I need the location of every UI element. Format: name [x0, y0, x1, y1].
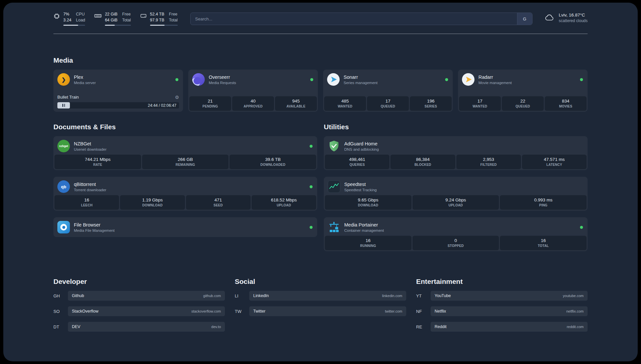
weather-location: Lviv, 16.87°C — [559, 13, 588, 17]
disk-progress-track — [150, 25, 178, 26]
bookmark-domain: youtube.com — [563, 294, 584, 298]
bookmark-twitter[interactable]: TW Twitter twitter.com — [235, 306, 406, 316]
overseerr-icon — [192, 73, 205, 86]
overseerr-card: Overseerr Media Requests 21 PENDING 40 A… — [188, 70, 318, 112]
bookmark-domain: reddit.com — [567, 325, 584, 329]
app-subtitle: Media Requests — [209, 81, 236, 85]
bookmark-domain: dev.to — [211, 325, 221, 329]
radarr-icon — [462, 73, 474, 86]
adguard-link[interactable]: AdGuard Home DNS and adblocking — [324, 136, 588, 155]
memory-progress-fill — [105, 25, 115, 26]
qbittorrent-icon: qb — [57, 180, 70, 193]
stat-remaining: 266 GB REMAINING — [142, 155, 229, 169]
app-name: Plex — [74, 75, 96, 80]
bookmark-abbr: SO — [53, 309, 68, 314]
nzbget-link[interactable]: nzbget NZBGet Usenet downloader — [53, 136, 317, 155]
bookmark-name: YouTube — [435, 293, 451, 298]
bookmark-netflix[interactable]: NF Netflix netflix.com — [416, 306, 588, 316]
gear-icon[interactable] — [175, 95, 179, 100]
disk-icon — [140, 13, 147, 19]
bookmark-domain: netflix.com — [566, 309, 584, 313]
disk-label-bottom: Total — [169, 18, 177, 23]
bookmark-youtube[interactable]: YT YouTube youtube.com — [416, 291, 588, 301]
speedtest-icon — [328, 180, 340, 193]
portainer-card: Media Portainer Container management 16 … — [324, 217, 588, 251]
memory-icon — [94, 13, 102, 19]
nzbget-icon: nzbget — [57, 140, 70, 152]
pause-button[interactable] — [57, 102, 70, 108]
cpu-usage-value: 7% — [63, 12, 71, 17]
stat-total: 16 TOTAL — [500, 236, 587, 250]
status-dot — [445, 78, 448, 81]
bookmark-domain: linkedin.com — [382, 294, 402, 298]
portainer-link[interactable]: Media Portainer Container management — [324, 217, 588, 236]
sonarr-card: Sonarr Series management 485 WANTED 17 Q… — [323, 70, 453, 112]
bookmark-domain: twitter.com — [385, 309, 402, 313]
playback-progress-bar[interactable]: 24:44 / 02:06:47 — [57, 102, 179, 108]
app-subtitle: Speedtest Tracking — [344, 188, 377, 192]
status-dot — [580, 78, 583, 81]
overseerr-link[interactable]: Overseerr Media Requests — [188, 70, 318, 88]
adguard-card: AdGuard Home DNS and adblocking 498,461 … — [324, 136, 588, 170]
stat-seed: 471 SEED — [186, 195, 251, 210]
nzbget-card: nzbget NZBGet Usenet downloader 744.21 M… — [53, 136, 317, 170]
search-input[interactable] — [191, 13, 517, 25]
plex-link[interactable]: Plex Media server — [53, 70, 183, 88]
bookmark-abbr: DT — [53, 324, 68, 329]
disk-widget: 52.4 TB Free 97.9 TB Total — [140, 12, 178, 26]
bookmark-reddit[interactable]: RE Reddit reddit.com — [416, 322, 588, 332]
app-name: File Browser — [74, 222, 114, 228]
section-utilities: Utilities AdGuard Home — [324, 123, 588, 251]
filebrowser-icon — [57, 221, 70, 233]
radarr-link[interactable]: Radarr Movie management — [458, 70, 588, 88]
memory-total-value: 64 GiB — [105, 18, 117, 23]
bookmark-linkedin[interactable]: LI LinkedIn linkedin.com — [235, 291, 406, 301]
divider — [53, 34, 588, 34]
stat-series: 196 SERIES — [410, 96, 452, 111]
search-provider-button[interactable]: G — [517, 13, 532, 25]
filebrowser-link[interactable]: File Browser Media File Management — [53, 217, 317, 237]
cpu-label-top: CPU — [76, 12, 85, 17]
bookmark-name: Github — [72, 293, 84, 298]
stat-rate: 744.21 Mbps RATE — [54, 155, 141, 169]
status-dot — [580, 226, 583, 229]
stat-latency: 47.571 ms LATENCY — [522, 155, 587, 169]
app-name: NZBGet — [74, 141, 107, 146]
disk-free-value: 52.4 TB — [150, 12, 165, 17]
bookmark-github[interactable]: GH Github github.com — [53, 291, 225, 301]
qbittorrent-link[interactable]: qb qBittorrent Torrent downloader — [53, 177, 317, 195]
speedtest-card: Speedtest Speedtest Tracking 9.65 Gbps D… — [324, 177, 588, 211]
status-dot — [310, 145, 313, 148]
adguard-icon — [328, 140, 340, 152]
sonarr-link[interactable]: Sonarr Series management — [323, 70, 453, 88]
plex-icon — [57, 73, 70, 86]
status-dot — [310, 78, 313, 81]
section-developer: Developer GH Github github.com SO StackO… — [53, 278, 225, 337]
bookmark-dev[interactable]: DT DEV dev.to — [53, 322, 225, 332]
dashboard-page: 7% CPU 3.24 Load 22 GiB Free 64 GiB Tota… — [0, 0, 641, 364]
speedtest-link[interactable]: Speedtest Speedtest Tracking — [324, 177, 588, 195]
stat-leech: 16 LEECH — [54, 195, 119, 210]
disk-total-value: 97.9 TB — [150, 18, 165, 23]
cpu-icon — [53, 13, 60, 19]
stat-available: 945 AVAILABLE — [275, 96, 317, 111]
stat-filtered: 2,953 FILTERED — [456, 155, 521, 169]
stat-movies: 834 MOVIES — [545, 96, 587, 111]
bookmark-name: StackOverflow — [72, 309, 99, 314]
app-subtitle: DNS and adblocking — [344, 147, 379, 151]
bookmark-stackoverflow[interactable]: SO StackOverflow stackoverflow.com — [53, 306, 225, 316]
app-name: AdGuard Home — [344, 141, 379, 146]
app-name: qBittorrent — [74, 182, 106, 187]
stat-queued: 22 QUEUED — [502, 96, 544, 111]
cpu-progress-fill — [63, 25, 78, 26]
app-subtitle: Media server — [74, 81, 96, 85]
plex-card: Plex Media server Bullet Train 24:44 / 0… — [53, 70, 183, 112]
bookmark-domain: stackoverflow.com — [191, 309, 221, 313]
bookmark-abbr: NF — [416, 309, 431, 314]
app-subtitle: Torrent downloader — [74, 188, 106, 192]
stat-pending: 21 PENDING — [189, 96, 231, 111]
stat-queries: 498,461 QUERIES — [325, 155, 389, 169]
playback-time: 24:44 / 02:06:47 — [148, 103, 176, 108]
radarr-card: Radarr Movie management 17 WANTED 22 QUE… — [458, 70, 588, 112]
status-dot — [310, 226, 313, 229]
